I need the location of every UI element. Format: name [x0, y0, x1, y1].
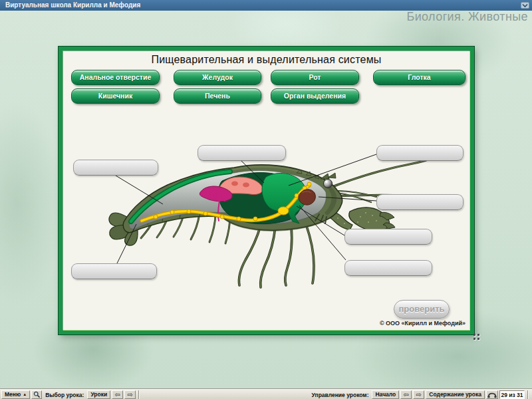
chevron-down-icon[interactable]: [521, 2, 529, 9]
course-title: Биология. Животные: [406, 10, 528, 24]
answer-slot-5[interactable]: [344, 229, 432, 245]
bottom-toolbar: Меню ▲ Выбор урока: Уроки ⇦ ⇨ Управление…: [0, 389, 532, 399]
arrow-right-icon: ⇨: [128, 392, 133, 398]
lessons-button[interactable]: Уроки: [87, 390, 110, 399]
toolbar-right-group: Управление уроком: Начало ⇦ ⇨ Содержание…: [310, 390, 530, 399]
eye-shape: [324, 180, 332, 188]
term-button-pechen[interactable]: Печень: [174, 88, 261, 104]
menu-button[interactable]: Меню ▲: [1, 390, 30, 399]
exercise-title: Пищеварительная и выделительная системы: [63, 54, 470, 66]
start-button[interactable]: Начало: [372, 390, 399, 399]
check-button[interactable]: проверить: [394, 300, 450, 319]
copyright-text: © ООО «Кирилл и Мефодий»: [380, 320, 466, 327]
term-button-kishechnik[interactable]: Кишечник: [71, 88, 160, 104]
menu-arrow-icon: ▲: [23, 391, 27, 398]
toolbar-divider: [138, 390, 140, 399]
answer-slot-6[interactable]: [344, 260, 432, 276]
answer-slot-3[interactable]: [376, 145, 464, 161]
term-button-rot[interactable]: Рот: [271, 70, 359, 85]
phone-button[interactable]: [486, 390, 498, 399]
lesson-control-label: Управление уроком:: [312, 392, 369, 398]
answer-slot-4[interactable]: [376, 194, 464, 210]
toolbar-left-group: Меню ▲ Выбор урока: Уроки ⇦ ⇨: [1, 390, 141, 399]
window-titlebar: Виртуальная школа Кирилла и Мефодия: [0, 0, 532, 11]
answer-slot-7[interactable]: [71, 263, 157, 279]
lesson-select-label: Выбор урока:: [45, 392, 84, 398]
term-button-organ-vydeleniya[interactable]: Орган выделения: [271, 88, 359, 104]
answer-slot-2[interactable]: [198, 145, 286, 161]
arrow-left-icon: ⇦: [404, 392, 409, 398]
term-button-analnoe-otverstie[interactable]: Анальное отверстие: [71, 70, 160, 85]
desktop-background: Биология. Животные: [0, 11, 532, 389]
search-button[interactable]: [31, 390, 42, 399]
page-counter: 29 из 31: [499, 390, 525, 399]
exercise-panel: Пищеварительная и выделительная системы …: [59, 47, 474, 334]
toolbar-divider: [527, 390, 529, 399]
answer-slot-1[interactable]: [73, 160, 158, 176]
lesson-next-button[interactable]: ⇨: [124, 390, 136, 399]
move-grip-icon[interactable]: [473, 334, 481, 341]
page-next-button[interactable]: ⇨: [413, 390, 424, 399]
window-title: Виртуальная школа Кирилла и Мефодия: [5, 1, 140, 9]
phone-handset-icon: [487, 392, 497, 398]
arrow-left-icon: ⇦: [115, 392, 120, 398]
chevron-down-glyph: [522, 3, 528, 8]
arrow-right-icon: ⇨: [416, 392, 422, 398]
search-icon: [33, 391, 41, 398]
term-button-glotka[interactable]: Глотка: [373, 70, 466, 85]
page-prev-button[interactable]: ⇦: [400, 390, 412, 399]
lesson-prev-button[interactable]: ⇦: [112, 390, 123, 399]
term-button-zheludok[interactable]: Желудок: [174, 70, 261, 85]
lesson-contents-button[interactable]: Содержание урока: [426, 390, 485, 399]
